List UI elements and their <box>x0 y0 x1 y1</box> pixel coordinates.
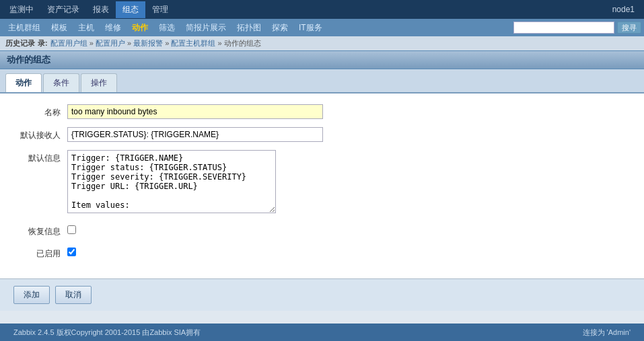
nav-topology[interactable]: 拓扑图 <box>231 20 266 36</box>
nav-slideshow[interactable]: 简报片展示 <box>180 20 231 36</box>
nav-hostgroup[interactable]: 主机群组 <box>3 20 46 36</box>
nav-filter[interactable]: 筛选 <box>153 20 180 36</box>
breadcrumb-current: 动作的组态 <box>224 39 261 47</box>
recipient-label: 默认接收人 <box>13 127 67 141</box>
breadcrumb-link-2[interactable]: 最新报警 <box>133 39 163 47</box>
record-label: 录: <box>38 38 48 48</box>
nav-maintenance[interactable]: 维修 <box>100 20 127 36</box>
enabled-label: 已启用 <box>13 245 67 260</box>
breadcrumb-sep-3: » <box>217 39 223 47</box>
top-navigation: 监测中 资产记录 报表 组态 管理 node1 <box>0 0 644 19</box>
message-label: 默认信息 <box>13 150 67 164</box>
footer-copyright: Zabbix 2.4.5 版权Copyright 2001-2015 由Zabb… <box>13 328 201 338</box>
tab-conditions[interactable]: 条件 <box>43 73 79 92</box>
message-row: 默认信息 <box>13 150 631 215</box>
tab-operations[interactable]: 操作 <box>81 73 117 92</box>
breadcrumb-sep-1: » <box>127 39 133 47</box>
history-label: 历史记录 <box>5 38 35 48</box>
name-label: 名称 <box>13 104 67 118</box>
search-input[interactable] <box>513 22 614 34</box>
recipient-control <box>67 127 323 142</box>
search-button[interactable]: 搜寻 <box>617 22 641 34</box>
form-area: 名称 默认接收人 默认信息 恢复信息 已启用 <box>0 93 644 278</box>
breadcrumb-sep-0: » <box>90 39 96 47</box>
nav-template[interactable]: 模板 <box>46 20 73 36</box>
recipient-input[interactable] <box>67 127 323 142</box>
node-label: node1 <box>612 5 641 14</box>
nav-action[interactable]: 动作 <box>127 20 153 36</box>
tab-action[interactable]: 动作 <box>5 73 42 92</box>
breadcrumb-link-0[interactable]: 配置用户组 <box>50 39 87 47</box>
nav-reports[interactable]: 报表 <box>86 1 116 18</box>
recovery-label: 恢复信息 <box>13 223 67 237</box>
enabled-row: 已启用 <box>13 245 631 260</box>
name-control <box>67 104 323 119</box>
tabs-bar: 动作 条件 操作 <box>0 69 644 93</box>
breadcrumb-link-1[interactable]: 配置用户 <box>96 39 125 47</box>
cancel-button[interactable]: 取消 <box>55 286 92 304</box>
recovery-control <box>67 223 323 236</box>
nav-assets[interactable]: 资产记录 <box>40 1 86 18</box>
breadcrumb-link-3[interactable]: 配置主机群组 <box>171 39 215 47</box>
footer: Zabbix 2.4.5 版权Copyright 2001-2015 由Zabb… <box>0 324 644 341</box>
recovery-checkbox[interactable] <box>67 225 76 234</box>
recipient-row: 默认接收人 <box>13 127 631 142</box>
message-textarea[interactable] <box>67 150 276 213</box>
nav-discovery[interactable]: 探索 <box>266 20 293 36</box>
second-navigation: 主机群组 模板 主机 维修 动作 筛选 简报片展示 拓扑图 探索 IT服务 搜寻 <box>0 19 644 36</box>
recovery-row: 恢复信息 <box>13 223 631 237</box>
name-input[interactable] <box>67 104 323 119</box>
footer-login: 连接为 'Admin' <box>583 328 631 338</box>
nav-admin[interactable]: 管理 <box>145 1 175 18</box>
name-row: 名称 <box>13 104 631 119</box>
add-button[interactable]: 添加 <box>13 286 50 304</box>
buttons-area: 添加 取消 <box>0 278 644 311</box>
message-control <box>67 150 323 215</box>
nav-host[interactable]: 主机 <box>73 20 100 36</box>
section-header: 动作的组态 <box>0 50 644 69</box>
nav-monitor[interactable]: 监测中 <box>3 1 40 18</box>
enabled-checkbox[interactable] <box>67 248 76 256</box>
search-area: 搜寻 <box>513 22 641 34</box>
enabled-control <box>67 245 323 258</box>
breadcrumb-path: 配置用户组 » 配置用户 » 最新报警 » 配置主机群组 » 动作的组态 <box>50 38 261 48</box>
nav-configuration[interactable]: 组态 <box>116 1 145 18</box>
breadcrumb-bar: 历史记录 录: 配置用户组 » 配置用户 » 最新报警 » 配置主机群组 » 动… <box>0 36 644 50</box>
nav-it-service[interactable]: IT服务 <box>293 20 328 36</box>
